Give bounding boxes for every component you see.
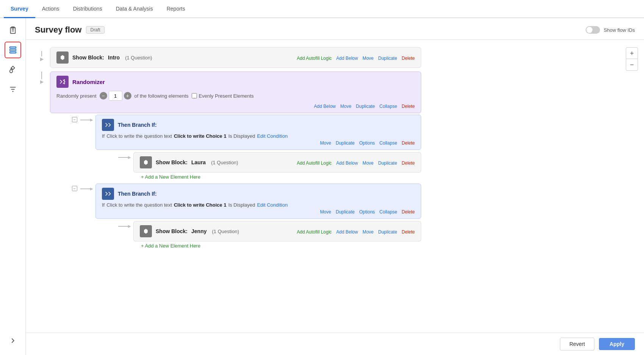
branch1-choice[interactable]: Click to write Choice 1 [174,133,227,139]
sidebar-icon-flow[interactable] [5,42,21,58]
show-flow-ids-toggle[interactable] [586,26,600,34]
svg-rect-5 [9,49,16,51]
randomizer-title: Randomizer [72,79,105,85]
jenny-add-autofill-link[interactable]: Add Autofill Logic [297,229,332,235]
tab-data-analysis[interactable]: Data & Analysis [109,0,160,18]
apply-button[interactable]: Apply [599,338,635,350]
show-block-intro-actions: Add Autofill Logic Add Below Move Duplic… [297,56,415,61]
show-block-laura: Show Block: Laura (1 Question) Add Autof… [133,152,421,173]
tab-actions[interactable]: Actions [35,0,66,18]
randomizer-add-below-link[interactable]: Add Below [314,104,336,109]
branch2-block: Then Branch If: If Click to write the qu… [95,184,421,219]
page-title: Survey flow [35,25,81,35]
randomly-present-label: Randomly present [56,93,97,99]
randomizer-move-link[interactable]: Move [340,104,351,109]
intro-add-autofill-link[interactable]: Add Autofill Logic [297,56,332,61]
show-block-intro-name: Intro [108,54,120,61]
intro-add-below-link[interactable]: Add Below [336,56,358,61]
jenny-move-link[interactable]: Move [363,229,374,235]
branch1-question-text[interactable]: Click to write the question text [106,133,172,139]
header-right: Show flow IDs [586,26,635,34]
main-layout: Survey flow Draft Show flow IDs + − ▶ [0,18,644,355]
randomizer-actions: Add Below Move Duplicate Collapse Delete [56,104,415,109]
branch1-delete-link[interactable]: Delete [402,140,415,146]
jenny-delete-link[interactable]: Delete [402,229,415,235]
branch1-is-displayed: Is Displayed [228,133,255,139]
sidebar-expand-icon[interactable] [5,332,21,349]
sidebar-icon-filter[interactable] [5,81,21,98]
randomizer-icon [56,76,69,88]
show-flow-ids-label: Show flow IDs [604,27,635,33]
count-input[interactable] [109,91,122,101]
branch2-title: Then Branch If: [118,191,157,197]
revert-button[interactable]: Revert [560,338,594,350]
bottom-bar: Revert Apply [26,333,644,355]
evenly-present-checkbox[interactable] [192,93,197,98]
flow-container: ▶ Show Block: Intro (1 Question) Add Aut… [33,47,549,254]
show-block-laura-actions: Add Autofill Logic Add Below Move Duplic… [297,160,415,166]
show-block-laura-icon [140,156,152,168]
sidebar-icon-clipboard[interactable] [5,22,21,39]
branch2-edit-condition[interactable]: Edit Condition [257,202,288,208]
show-block-jenny-name: Jenny [191,228,206,234]
laura-delete-link[interactable]: Delete [402,160,415,166]
branch1-collapse-btn[interactable]: − [72,117,77,122]
branch2-delete-link[interactable]: Delete [402,209,415,215]
randomizer-delete-link[interactable]: Delete [402,104,415,109]
randomizer-duplicate-link[interactable]: Duplicate [356,104,375,109]
tab-survey[interactable]: Survey [4,0,35,18]
show-block-laura-title: Show Block: [156,159,188,165]
svg-point-10 [64,79,65,81]
randomizer-header: Randomizer [56,76,415,88]
svg-point-11 [64,83,65,84]
branch2-collapse-btn[interactable]: − [72,186,77,191]
branch2-header: Then Branch If: [102,188,415,200]
branch2-question-text[interactable]: Click to write the question text [106,202,172,208]
branch2-choice[interactable]: Click to write Choice 1 [174,202,227,208]
branch2-options-link[interactable]: Options [359,209,375,215]
show-block-jenny: Show Block: Jenny (1 Question) Add Autof… [133,221,421,241]
increment-button[interactable]: + [124,92,131,100]
zoom-in-button[interactable]: + [626,48,638,59]
add-new-element-2[interactable]: + Add a New Element Here [141,241,421,250]
zoom-out-button[interactable]: − [626,59,638,70]
randomizer-collapse-link[interactable]: Collapse [380,104,397,109]
jenny-add-below-link[interactable]: Add Below [336,229,358,235]
branch1-condition: If Click to write the question text Clic… [102,133,415,139]
branch1-actions: Move Duplicate Options Collapse Delete [102,140,415,146]
intro-move-link[interactable]: Move [363,56,374,61]
branch1-edit-condition[interactable]: Edit Condition [257,133,288,139]
branch1-duplicate-link[interactable]: Duplicate [336,140,355,146]
laura-add-autofill-link[interactable]: Add Autofill Logic [297,160,332,166]
show-block-intro-icon [56,51,69,64]
sidebar [0,18,26,355]
decrement-button[interactable]: − [100,92,107,100]
laura-move-link[interactable]: Move [363,160,374,166]
sidebar-icon-paint[interactable] [5,61,21,78]
branch1-title: Then Branch If: [118,122,157,128]
tab-reports[interactable]: Reports [160,0,192,18]
jenny-duplicate-link[interactable]: Duplicate [378,229,397,235]
branch2-collapse-link[interactable]: Collapse [380,209,397,215]
flow-area: + − ▶ Show Block: [26,40,644,333]
num-control: − + [100,91,131,101]
branch1-move-link[interactable]: Move [320,140,331,146]
branch1-header: Then Branch If: [102,119,415,131]
intro-delete-link[interactable]: Delete [402,56,415,61]
intro-duplicate-link[interactable]: Duplicate [378,56,397,61]
branch1-options-link[interactable]: Options [359,140,375,146]
laura-add-below-link[interactable]: Add Below [336,160,358,166]
show-block-jenny-title: Show Block: [156,228,188,234]
show-block-intro-questions: (1 Question) [125,55,152,61]
branch1-collapse-link[interactable]: Collapse [380,140,397,146]
branch2-actions: Move Duplicate Options Collapse Delete [102,209,415,215]
tab-distributions[interactable]: Distributions [66,0,109,18]
laura-duplicate-link[interactable]: Duplicate [378,160,397,166]
add-new-element-1[interactable]: + Add a New Element Here [141,173,421,181]
branch2-icon [102,188,114,200]
branch2-move-link[interactable]: Move [320,209,331,215]
branch2-duplicate-link[interactable]: Duplicate [336,209,355,215]
randomizer-block: Randomizer Randomly present − + of the f… [50,72,421,113]
show-block-jenny-icon [140,225,152,237]
svg-rect-6 [9,52,16,53]
